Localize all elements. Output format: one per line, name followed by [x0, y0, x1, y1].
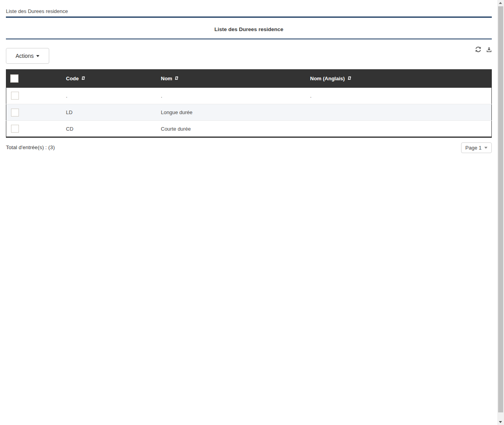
table-row: LD Longue durée: [6, 104, 492, 121]
cell-nom: Courte durée: [158, 121, 307, 137]
toolbar: Actions: [6, 39, 492, 69]
actions-button-label: Actions: [16, 53, 34, 59]
scroll-up-icon[interactable]: [499, 2, 502, 4]
cell-nom-anglais: [307, 121, 492, 137]
page-selector-button[interactable]: Page 1: [461, 142, 492, 153]
page-title: Liste des Durees residence: [6, 0, 492, 18]
cell-nom: Longue durée: [158, 104, 307, 121]
cell-code: LD: [62, 104, 158, 121]
row-checkbox[interactable]: [11, 109, 19, 116]
caret-down-icon: [36, 55, 39, 57]
column-header-nom-anglais-label: Nom (Anglais): [310, 76, 345, 81]
column-header-code-label: Code: [66, 76, 79, 81]
sort-icon: [174, 76, 179, 81]
refresh-icon[interactable]: [475, 46, 481, 52]
list-heading: Liste des Durees residence: [6, 18, 492, 39]
cell-nom-anglais: [307, 104, 492, 121]
cell-nom-anglais: .: [307, 88, 492, 104]
column-header-nom[interactable]: Nom: [158, 70, 307, 88]
scrollbar-thumb[interactable]: [498, 6, 503, 412]
column-header-nom-label: Nom: [161, 76, 172, 81]
table-row: CD Courte durée: [6, 121, 492, 137]
main-content: Liste des Durees residence Liste des Dur…: [6, 0, 492, 154]
download-icon[interactable]: [486, 47, 492, 52]
vertical-scrollbar[interactable]: [497, 0, 504, 425]
page-selector-label: Page 1: [465, 145, 482, 151]
column-header-code[interactable]: Code: [62, 70, 158, 88]
list-footer: Total d'entrée(s) : (3) Page 1: [6, 142, 492, 154]
row-checkbox[interactable]: [11, 92, 19, 100]
actions-button[interactable]: Actions: [6, 48, 49, 64]
select-all-checkbox[interactable]: [10, 74, 19, 83]
cell-nom: .: [158, 88, 307, 104]
table-header-row: Code Nom: [6, 70, 492, 88]
cell-code: CD: [62, 121, 158, 137]
total-entries-label: Total d'entrée(s) : (3): [6, 142, 55, 150]
column-header-nom-anglais[interactable]: Nom (Anglais): [307, 70, 492, 88]
durees-table: Code Nom: [6, 69, 492, 138]
select-all-cell: [6, 70, 62, 88]
caret-down-icon: [484, 147, 487, 149]
table-row: . . .: [6, 88, 492, 104]
sort-icon: [81, 76, 86, 81]
cell-code: .: [62, 88, 158, 104]
row-checkbox[interactable]: [11, 125, 19, 133]
scroll-down-icon[interactable]: [499, 421, 502, 423]
sort-icon: [347, 76, 352, 81]
